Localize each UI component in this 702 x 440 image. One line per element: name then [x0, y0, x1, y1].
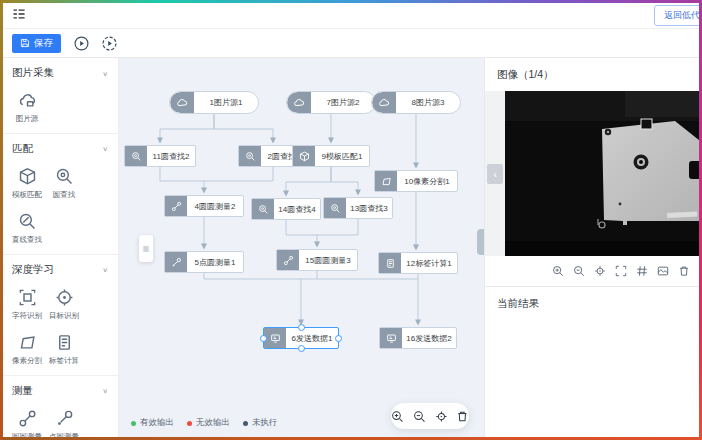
screenshot-frame: [0, 0, 702, 3]
tool-sidebar: 图片采集 ∨ 图片源 匹配 ∨: [0, 58, 119, 440]
item-label: 字符识别: [12, 311, 42, 321]
node-send-data-2[interactable]: 16发送数据2: [379, 327, 457, 349]
node-circle-find-4[interactable]: 14圆查找4: [251, 198, 321, 220]
sidebar-item-line-find[interactable]: 直线查找: [12, 212, 42, 245]
sidebar-item-image-source[interactable]: 图片源: [12, 91, 42, 124]
run-button[interactable]: [73, 35, 89, 51]
image-compare-icon[interactable]: [657, 265, 669, 277]
node-template-match-1[interactable]: 9模板匹配1: [292, 145, 370, 167]
point-circle-measure-icon: [55, 409, 74, 428]
image-source-icon: [287, 92, 311, 113]
circle-find-icon: [324, 198, 346, 218]
inspection-image[interactable]: [505, 91, 702, 256]
zoom-in-icon[interactable]: [391, 410, 404, 423]
node-send-data-1[interactable]: 6发送数据1: [263, 327, 339, 349]
top-header-bar: 返回低代: [0, 0, 702, 29]
item-label: 模板匹配: [12, 190, 42, 200]
template-match-icon: [293, 146, 315, 166]
previous-image-button[interactable]: ‹: [487, 164, 503, 184]
item-label: 像素分割: [12, 356, 42, 366]
save-button[interactable]: 保存: [12, 34, 61, 53]
workflow-canvas[interactable]: 1图片源1 7图片源2 8图片源3 11圆查找2: [119, 58, 484, 440]
image-panel-title: 图像（1/4）: [485, 58, 702, 91]
node-label-calc-1[interactable]: 12标签计算1: [378, 252, 458, 274]
item-label: 圆查找: [53, 190, 76, 200]
legend-label: 未执行: [252, 417, 278, 429]
item-label: 标签计算: [49, 356, 79, 366]
right-panel-collapse-handle[interactable]: [477, 229, 484, 255]
app-window: 返回低代 保存 图片采集 ∨: [0, 0, 702, 440]
image-source-icon: [372, 92, 396, 113]
sidebar-item-circle-find[interactable]: 圆查找: [49, 167, 79, 200]
back-to-lowcode-button[interactable]: 返回低代: [654, 5, 702, 26]
save-icon: [20, 38, 30, 48]
fullscreen-icon[interactable]: [615, 265, 627, 277]
status-legend: 有效输出 无效输出 未执行: [131, 417, 278, 429]
locate-icon[interactable]: [594, 265, 606, 277]
legend-label: 无效输出: [196, 417, 230, 429]
zoom-out-icon[interactable]: [573, 265, 585, 277]
node-circle-circle-measure-2[interactable]: 4圆圆测量2: [164, 195, 244, 217]
connector-handle[interactable]: [335, 335, 342, 342]
node-image-source-2[interactable]: 7图片源2: [286, 91, 376, 114]
circle-find-icon: [55, 167, 74, 186]
node-label: 8图片源3: [396, 97, 460, 108]
sidebar-collapse-handle[interactable]: [139, 235, 153, 262]
node-label: 11圆查找2: [147, 151, 195, 162]
chevron-down-icon[interactable]: ∨: [102, 69, 108, 76]
node-label: 14圆查找4: [274, 204, 320, 215]
item-label: 目标识别: [49, 311, 79, 321]
legend-label: 有效输出: [140, 417, 174, 429]
node-label: 15圆圆测量3: [299, 255, 357, 266]
circle-circle-measure-icon: [165, 196, 187, 216]
locate-icon[interactable]: [435, 410, 448, 423]
image-toolbar: [485, 256, 702, 287]
section-title: 测量: [12, 384, 33, 398]
node-circle-find-3[interactable]: 13圆查找3: [323, 197, 393, 219]
chevron-down-icon[interactable]: ∨: [102, 387, 108, 394]
trash-icon[interactable]: [678, 265, 690, 277]
grid-icon[interactable]: [636, 265, 648, 277]
node-image-source-3[interactable]: 8图片源3: [371, 91, 461, 114]
zoom-out-icon[interactable]: [413, 410, 426, 423]
node-point-circle-measure-1[interactable]: 5点圆测量1: [164, 251, 244, 273]
node-label: 6发送数据1: [286, 333, 338, 344]
sidebar-item-target-recognition[interactable]: 目标识别: [49, 288, 79, 321]
node-label: 9模板匹配1: [315, 151, 369, 162]
result-panel-title: 当前结果: [485, 287, 702, 320]
node-circle-circle-measure-3[interactable]: 15圆圆测量3: [276, 249, 358, 271]
node-label: 4圆圆测量2: [187, 201, 243, 212]
sidebar-section-deep-learning: 深度学习 ∨ 字符识别 目标识别: [0, 255, 118, 376]
circle-find-icon: [125, 146, 147, 166]
menu-icon[interactable]: [12, 7, 26, 21]
chevron-down-icon[interactable]: ∨: [102, 266, 108, 273]
sidebar-section-image-capture: 图片采集 ∨ 图片源: [0, 58, 118, 134]
run-once-button[interactable]: [101, 35, 117, 51]
line-find-icon: [18, 212, 37, 231]
connector-handle[interactable]: [260, 335, 267, 342]
sidebar-item-ocr[interactable]: 字符识别: [12, 288, 42, 321]
chevron-down-icon[interactable]: ∨: [102, 145, 108, 152]
section-title: 深度学习: [12, 263, 54, 277]
image-source-icon: [18, 91, 37, 110]
target-icon: [55, 288, 74, 307]
trash-icon[interactable]: [456, 410, 469, 423]
node-pixel-segmentation-1[interactable]: 10像素分割1: [374, 170, 458, 192]
sidebar-item-template-match[interactable]: 模板匹配: [12, 167, 42, 200]
send-data-icon: [380, 328, 402, 348]
play-once-icon: [102, 36, 117, 51]
circle-find-icon: [252, 199, 274, 219]
sidebar-item-circle-circle-measure[interactable]: 圆圆测量: [12, 409, 42, 440]
sidebar-item-label-calc[interactable]: 标签计算: [49, 333, 79, 366]
zoom-in-icon[interactable]: [552, 265, 564, 277]
section-title: 匹配: [12, 142, 33, 156]
sidebar-item-pixel-segmentation[interactable]: 像素分割: [12, 333, 42, 366]
node-label: 1图片源1: [194, 97, 258, 108]
sidebar-section-measure: 测量 ∨ 圆圆测量 点圆测量: [0, 376, 118, 440]
node-circle-find-2[interactable]: 11圆查找2: [124, 145, 196, 167]
connector-handle[interactable]: [298, 345, 305, 352]
node-image-source-1[interactable]: 1图片源1: [169, 91, 259, 114]
item-label: 直线查找: [12, 235, 42, 245]
sidebar-item-point-circle-measure[interactable]: 点圆测量: [49, 409, 79, 440]
connector-handle[interactable]: [298, 324, 305, 331]
